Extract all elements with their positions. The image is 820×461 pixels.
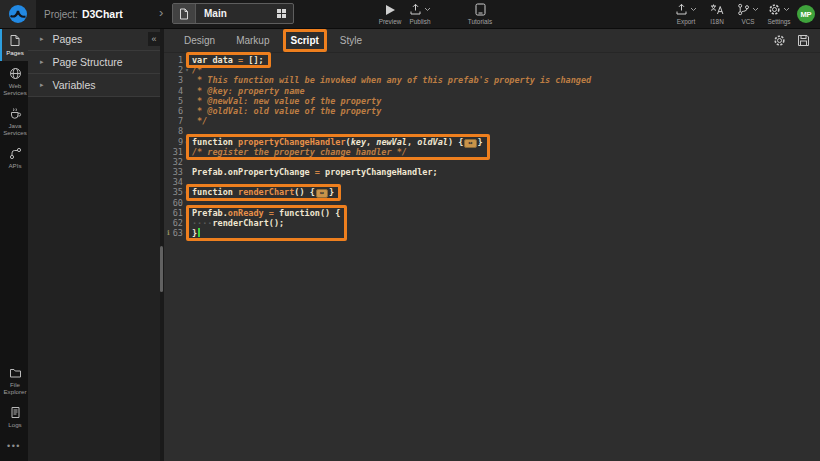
line-number: 5 — [164, 96, 183, 106]
ide-window: Project: D3Chart › Main Preview Publish … — [0, 0, 820, 461]
expand-caret-icon: ▸ — [40, 58, 44, 66]
code-text: /* — [191, 65, 202, 75]
code-line[interactable]: 32 — [164, 157, 820, 167]
fold-gutter — [183, 126, 191, 136]
code-text: } — [191, 228, 200, 238]
expand-caret-icon: ▸ — [40, 81, 44, 89]
panel-section-pages[interactable]: ▸Pages — [28, 28, 160, 51]
fold-gutter — [183, 106, 191, 116]
code-line[interactable]: ℹ63} — [164, 228, 820, 238]
sidebar-item-java-services[interactable]: Java Services — [0, 101, 28, 141]
tutorials-button[interactable]: Tutorials — [462, 3, 498, 25]
code-line[interactable]: 8 — [164, 126, 820, 136]
line-number: 9 — [164, 137, 183, 147]
editor-area: DesignMarkupScriptStyle 1var data = [];2… — [164, 28, 820, 461]
sidebar-item-logs[interactable]: Logs — [0, 400, 28, 433]
app-logo[interactable] — [0, 0, 36, 28]
panel-collapse-button[interactable]: « — [148, 32, 160, 46]
code-line[interactable]: 1var data = []; — [164, 55, 820, 65]
upload-icon — [409, 3, 422, 16]
code-line[interactable]: 62····renderChart(); — [164, 218, 820, 228]
code-line[interactable]: 31/* register the property change handle… — [164, 147, 820, 157]
editor-tab-bar: DesignMarkupScriptStyle — [164, 28, 820, 53]
panel-section-page-structure[interactable]: ▸Page Structure — [28, 51, 160, 74]
code-line[interactable]: 7 */ — [164, 116, 820, 126]
line-number: 2 — [164, 65, 183, 75]
code-line[interactable]: 61▾Prefab.onReady = function() { — [164, 208, 820, 218]
panel-scrollbar[interactable] — [160, 246, 163, 292]
fold-gutter — [183, 177, 191, 187]
fold-gutter — [183, 96, 191, 106]
fold-open-icon[interactable]: ▾ — [183, 208, 191, 218]
expand-caret-icon: ▸ — [40, 35, 44, 43]
code-line[interactable]: 9▸function propertyChangeHandler(key, ne… — [164, 137, 820, 147]
code-text: Prefab.onReady = function() { — [191, 208, 340, 218]
panel-section-label: Pages — [53, 33, 83, 45]
line-number: 61 — [164, 208, 183, 218]
publish-label: Publish — [410, 18, 431, 25]
panel-section-label: Variables — [53, 79, 96, 91]
sidebar-item-file-explorer[interactable]: File Explorer — [0, 360, 28, 400]
book-icon — [475, 3, 486, 16]
sidebar-more-button[interactable]: ••• — [0, 433, 28, 461]
sidebar-spacer — [0, 174, 28, 360]
code-text: function propertyChangeHandler(key, newV… — [191, 137, 483, 147]
fold-gutter — [183, 86, 191, 96]
page-file-icon — [173, 4, 196, 23]
tutorials-label: Tutorials — [468, 18, 492, 25]
tab-style[interactable]: Style — [337, 33, 365, 48]
script-code-editor[interactable]: 1var data = [];2▾/*3 * This function wil… — [164, 53, 820, 461]
code-text — [191, 157, 192, 167]
preview-label: Preview — [379, 18, 402, 25]
code-text: var data = []; — [191, 55, 264, 65]
user-avatar[interactable]: MP — [797, 5, 815, 23]
code-text: function renderChart() {↔} — [191, 187, 334, 197]
i18n-button[interactable]: I18N — [703, 3, 731, 25]
sidebar-item-web-services[interactable]: Web Services — [0, 61, 28, 101]
logs-icon — [9, 406, 22, 419]
sidebar-item-label: Web Services — [2, 82, 28, 96]
panel-section-variables[interactable]: ▸Variables — [28, 74, 160, 97]
fold-closed-icon[interactable]: ▸ — [183, 137, 191, 147]
fold-gutter — [183, 228, 191, 238]
code-line[interactable]: 35▸function renderChart() {↔} — [164, 187, 820, 197]
chevron-down-icon — [424, 7, 431, 12]
tab-design[interactable]: Design — [181, 33, 218, 48]
code-line[interactable]: 6 * @oldVal: old value of the property — [164, 106, 820, 116]
sidebar-item-label: Java Services — [2, 122, 28, 136]
code-line[interactable]: 2▾/* — [164, 65, 820, 75]
code-line[interactable]: 34 — [164, 177, 820, 187]
vcs-button[interactable]: VCS — [734, 3, 762, 25]
code-text — [191, 198, 192, 208]
sidebar-item-apis[interactable]: APIs — [0, 141, 28, 174]
export-button[interactable]: Export — [672, 3, 700, 25]
tab-script[interactable]: Script — [288, 33, 322, 48]
code-line[interactable]: 5 * @newVal: new value of the property — [164, 96, 820, 106]
fold-open-icon[interactable]: ▾ — [183, 65, 191, 75]
settings-button[interactable]: Settings — [765, 3, 793, 25]
tab-markup[interactable]: Markup — [233, 33, 272, 48]
code-line[interactable]: 3 * This function will be invoked when a… — [164, 75, 820, 85]
code-text: * This function will be invoked when any… — [191, 75, 591, 85]
code-text: * @oldVal: old value of the property — [191, 106, 381, 116]
code-text: ····renderChart(); — [191, 218, 284, 228]
line-number: 1 — [164, 55, 183, 65]
code-line[interactable]: 60 — [164, 198, 820, 208]
save-icon[interactable] — [797, 34, 810, 47]
code-text: * @key: property name — [191, 86, 305, 96]
code-line[interactable]: 33Prefab.onPropertyChange = propertyChan… — [164, 167, 820, 177]
topbar-right-actions: Export I18N VCS Settings — [672, 3, 793, 25]
sidebar-item-pages[interactable]: Pages — [0, 28, 28, 61]
code-text: /* register the property change handler … — [191, 147, 407, 157]
page-selector[interactable]: Main — [172, 3, 294, 24]
play-icon — [385, 3, 396, 16]
fold-gutter — [183, 147, 191, 157]
line-number: 8 — [164, 126, 183, 136]
fold-closed-icon[interactable]: ▸ — [183, 187, 191, 197]
project-breadcrumb: Project: D3Chart — [44, 0, 123, 28]
publish-button[interactable]: Publish — [402, 3, 438, 25]
line-number: 4 — [164, 86, 183, 96]
code-line[interactable]: 4 * @key: property name — [164, 86, 820, 96]
editor-settings-gear-icon[interactable] — [773, 34, 786, 47]
sidebar-item-label: File Explorer — [2, 381, 28, 395]
